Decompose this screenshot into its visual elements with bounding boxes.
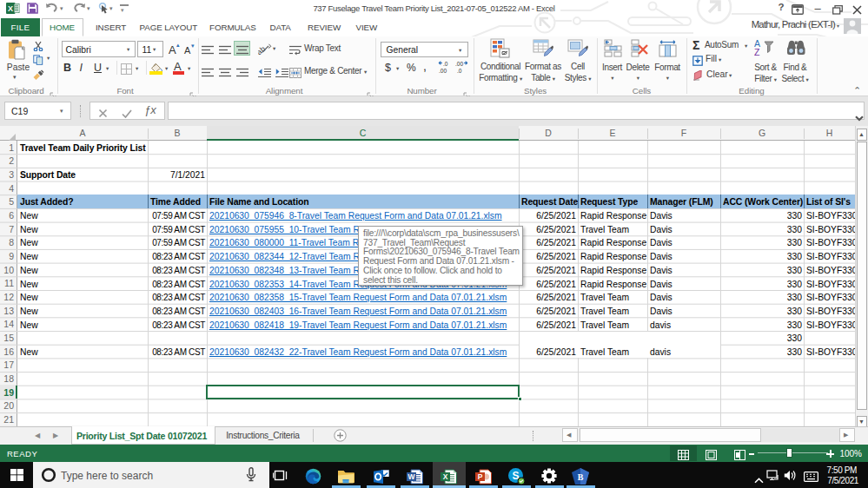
svg-text:B: B xyxy=(578,472,584,482)
svg-text:.0: .0 xyxy=(443,61,448,67)
svg-text:P: P xyxy=(478,472,483,481)
svg-text:.0: .0 xyxy=(457,68,462,74)
svg-text:W: W xyxy=(407,472,415,481)
svg-text:Z: Z xyxy=(754,47,760,56)
svg-text:.00: .00 xyxy=(439,68,447,74)
svg-text:ab: ab xyxy=(258,44,267,55)
svg-text:.00: .00 xyxy=(455,61,463,67)
svg-text:X: X xyxy=(443,472,448,481)
